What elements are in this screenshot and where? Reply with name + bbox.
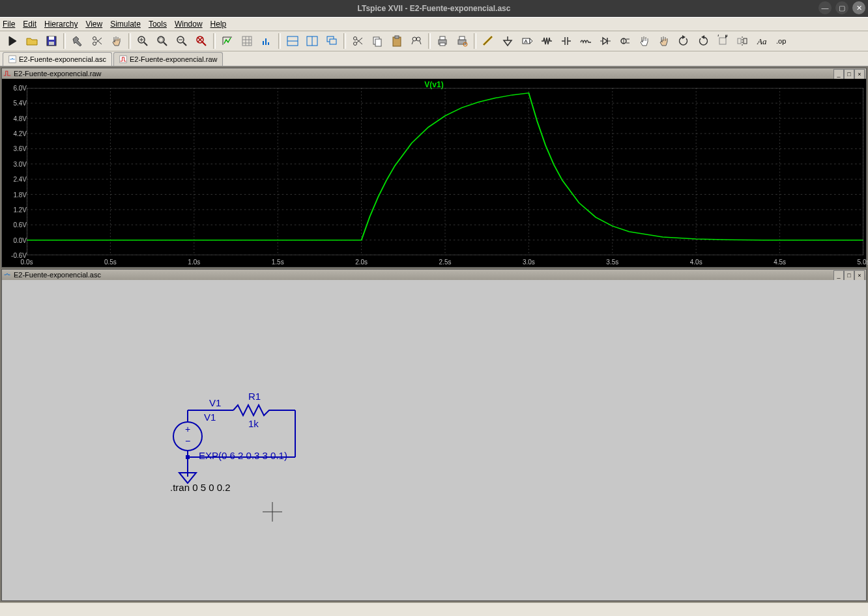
plot-maximize-icon[interactable]: □ xyxy=(844,69,854,79)
svg-rect-69 xyxy=(120,56,127,63)
svg-rect-29 xyxy=(330,39,336,44)
menu-hierarchy[interactable]: Hierarchy xyxy=(44,20,78,29)
undo-icon[interactable] xyxy=(674,32,693,50)
schematic-canvas[interactable]: + − V1 V1 xyxy=(2,280,866,600)
toggle-grid-icon[interactable] xyxy=(238,32,256,50)
find-icon[interactable] xyxy=(407,32,426,50)
move-icon[interactable] xyxy=(635,32,654,50)
resistor-value-label[interactable]: 1k xyxy=(248,418,259,429)
menu-tools[interactable]: Tools xyxy=(149,20,167,29)
svg-rect-33 xyxy=(375,39,381,46)
source-value-label[interactable]: EXP(0 6 2 0.3 3 0.1) xyxy=(199,450,287,461)
x-tick: 2.5s xyxy=(439,259,452,266)
resistor-name-label[interactable]: R1 xyxy=(248,391,261,402)
op-icon[interactable]: .op xyxy=(772,32,790,50)
plot-minimize-icon[interactable]: _ xyxy=(833,69,844,79)
resistor-icon[interactable] xyxy=(538,32,556,50)
waveform-icon xyxy=(3,70,11,77)
tile-v-icon[interactable] xyxy=(303,32,321,50)
paste-icon[interactable] xyxy=(388,32,406,50)
menubar: File Edit Hierarchy View Simulate Tools … xyxy=(0,17,868,31)
x-tick: 0.0s xyxy=(21,259,33,266)
y-tick: 1.2V xyxy=(13,206,27,213)
schem-minimize-icon[interactable]: _ xyxy=(833,270,844,281)
minimize-button[interactable]: — xyxy=(818,1,832,14)
copy-icon[interactable] xyxy=(368,32,386,50)
component-resistor[interactable] xyxy=(233,405,272,415)
inductor-icon[interactable] xyxy=(577,32,595,50)
hammer-icon[interactable] xyxy=(68,32,87,50)
net-label-icon[interactable]: A xyxy=(518,32,536,50)
menu-help[interactable]: Help xyxy=(210,20,227,29)
schematic-icon xyxy=(3,271,11,279)
plot-grid xyxy=(27,88,863,255)
x-axis[interactable]: 0.0s0.5s1.0s1.5s2.0s2.5s3.0s3.5s4.0s4.5s… xyxy=(27,257,863,266)
schematic-drawing: + − V1 V1 xyxy=(2,280,458,573)
menu-file[interactable]: File xyxy=(3,20,15,29)
svg-rect-22 xyxy=(265,38,267,45)
mirror-icon[interactable] xyxy=(733,32,751,50)
text-icon[interactable]: Aa xyxy=(753,32,771,50)
zoom-area-icon[interactable] xyxy=(153,32,171,50)
grab-icon[interactable] xyxy=(108,32,126,50)
zoom-in-icon[interactable] xyxy=(134,32,152,50)
schematic-pane-titlebar[interactable]: E2-Fuente-exponencial.asc _ □ × xyxy=(2,270,866,280)
y-tick: 4.2V xyxy=(13,130,27,137)
svg-rect-39 xyxy=(440,36,445,40)
print-icon[interactable] xyxy=(433,32,452,50)
document-tabs: E2-Fuente-exponencial.asc E2-Fuente-expo… xyxy=(0,51,868,66)
redo-icon[interactable] xyxy=(694,32,712,50)
svg-rect-3 xyxy=(49,42,54,45)
capacitor-icon[interactable] xyxy=(557,32,575,50)
cut-icon[interactable] xyxy=(349,32,367,50)
save-icon[interactable] xyxy=(42,32,61,50)
tile-h-icon[interactable] xyxy=(283,32,302,50)
component-voltage-source[interactable]: + − xyxy=(173,422,202,451)
zoom-out-icon[interactable] xyxy=(173,32,191,50)
plot-area[interactable]: V(v1) -0.6V0.0V0.6V1.2V1.8V2.4V3.0V3.6V4… xyxy=(2,79,866,267)
scissors-icon[interactable] xyxy=(88,32,106,50)
plot-close-icon[interactable]: × xyxy=(854,69,865,79)
y-tick: 6.0V xyxy=(13,85,27,92)
tab-asc[interactable]: E2-Fuente-exponencial.asc xyxy=(3,52,112,66)
rotate-icon[interactable] xyxy=(714,32,732,50)
wire-icon[interactable] xyxy=(479,32,497,50)
svg-rect-42 xyxy=(459,36,465,40)
close-button[interactable]: ✕ xyxy=(852,1,865,14)
drag-icon[interactable] xyxy=(655,32,673,50)
autoscale-icon[interactable] xyxy=(218,32,237,50)
open-icon[interactable] xyxy=(23,32,41,50)
svg-rect-40 xyxy=(440,43,445,46)
ground-icon[interactable] xyxy=(499,32,517,50)
svg-rect-12 xyxy=(159,38,163,42)
component-icon[interactable] xyxy=(616,32,634,50)
menu-window[interactable]: Window xyxy=(175,20,203,29)
svg-rect-35 xyxy=(395,36,399,38)
run-icon[interactable] xyxy=(3,32,22,50)
maximize-button[interactable]: ▢ xyxy=(835,1,848,14)
y-axis[interactable]: -0.6V0.0V0.6V1.2V1.8V2.4V3.0V3.6V4.2V4.8… xyxy=(3,88,27,255)
diode-icon[interactable] xyxy=(596,32,615,50)
titlebar: LTspice XVII - E2-Fuente-exponencial.asc… xyxy=(0,0,868,17)
menu-simulate[interactable]: Simulate xyxy=(110,20,141,29)
y-tick: 5.4V xyxy=(13,100,27,107)
tab-raw[interactable]: E2-Fuente-exponencial.raw xyxy=(113,52,224,66)
cascade-icon[interactable] xyxy=(323,32,341,50)
svg-line-14 xyxy=(183,42,186,46)
menu-view[interactable]: View xyxy=(85,20,102,29)
y-tick: 0.0V xyxy=(13,236,27,244)
plot-pane-titlebar[interactable]: E2-Fuente-exponencial.raw _ □ × xyxy=(2,68,866,79)
fft-icon[interactable] xyxy=(257,32,276,50)
y-tick: -0.6V xyxy=(11,252,27,259)
svg-line-11 xyxy=(164,42,167,46)
zoom-reset-icon[interactable] xyxy=(192,32,210,50)
svg-rect-63 xyxy=(738,38,741,44)
schem-close-icon[interactable]: × xyxy=(854,270,865,281)
schem-maximize-icon[interactable]: □ xyxy=(844,270,854,281)
menu-edit[interactable]: Edit xyxy=(23,20,36,29)
print-setup-icon[interactable] xyxy=(453,32,471,50)
spice-directive[interactable]: .tran 0 5 0 0.2 xyxy=(170,482,231,493)
x-tick: 4.0s xyxy=(690,259,702,266)
source-name-label[interactable]: V1 xyxy=(204,412,216,423)
net-label[interactable]: V1 xyxy=(209,397,221,408)
